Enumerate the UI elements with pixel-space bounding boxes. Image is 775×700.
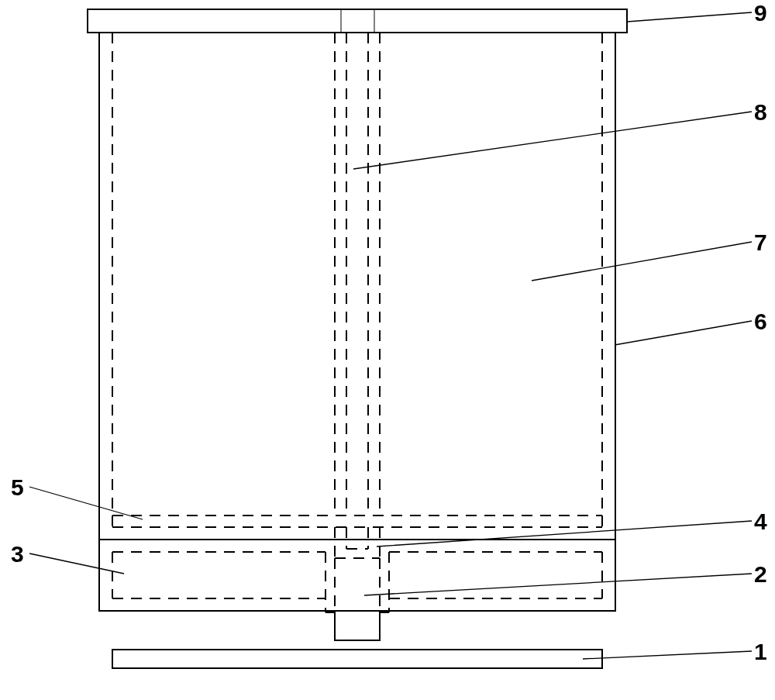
- label-6: 6: [754, 309, 767, 335]
- outer-wall: [99, 33, 615, 540]
- label-5: 5: [11, 474, 24, 501]
- drawing-svg: [0, 0, 775, 700]
- label-8: 8: [754, 99, 767, 126]
- top-flange: [88, 9, 627, 33]
- label-7: 7: [754, 229, 767, 256]
- hidden-lines: [112, 33, 602, 612]
- label-2: 2: [754, 561, 767, 588]
- label-1: 1: [754, 639, 767, 665]
- label-4: 4: [754, 509, 767, 535]
- leader-lines: [29, 12, 752, 659]
- base-housing: [99, 540, 615, 611]
- stem-socket: [335, 611, 380, 640]
- label-9: 9: [754, 0, 767, 26]
- base-plate: [112, 650, 602, 668]
- technical-drawing: 9 8 7 6 5 4 3 2 1: [0, 0, 775, 700]
- label-3: 3: [11, 541, 24, 567]
